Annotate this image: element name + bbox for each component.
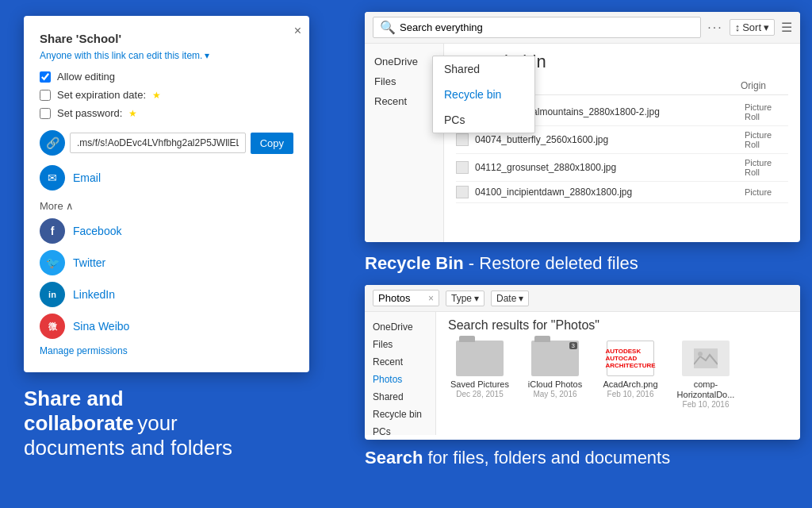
sina-weibo-item[interactable]: 微 Sina Weibo <box>40 314 293 339</box>
email-icon: ✉ <box>40 165 65 190</box>
expiration-checkbox[interactable] <box>40 90 51 101</box>
search-sidebar-onedrive[interactable]: OneDrive <box>365 318 435 336</box>
thumbnail-icloud-photos[interactable]: 3 iCloud Photos May 5, 2016 <box>523 341 587 409</box>
top-desc: Recycle Bin - Restore deleted files <box>365 250 800 277</box>
search-sidebar-files[interactable]: Files <box>365 336 435 353</box>
nav-dropdown: Shared Recycle bin PCs <box>432 56 535 133</box>
right-panel: 🔍 ··· ↕ Sort ▾ ☰ OneDrive Files Recent R… <box>365 0 812 508</box>
sort-label: Sort <box>742 21 761 33</box>
date-label: Date <box>496 293 516 304</box>
search-photos-input[interactable] <box>378 292 426 304</box>
thumbnail-comp-horizontal[interactable]: comp-HorizontalDo... Feb 10, 2016 <box>674 341 737 409</box>
more-row[interactable]: More ∧ <box>40 200 293 212</box>
linkedin-label: LinkedIn <box>73 288 115 301</box>
thumb-date-acad: Feb 10, 2016 <box>607 390 654 398</box>
sort-button[interactable]: ↕ Sort ▾ <box>730 19 775 36</box>
twitter-icon: 🐦 <box>40 250 65 275</box>
more-options-icon[interactable]: ··· <box>707 21 722 35</box>
email-row[interactable]: ✉ Email <box>40 162 293 194</box>
search-icon: 🔍 <box>380 20 396 35</box>
image-svg <box>694 348 718 368</box>
search-sidebar-shared[interactable]: Shared <box>365 388 435 406</box>
view-options-icon[interactable]: ☰ <box>781 20 792 35</box>
bottom-desc: Search for files, folders and documents <box>365 448 800 468</box>
file-icon <box>456 133 469 146</box>
facebook-icon: f <box>40 218 65 244</box>
search-sidebar-recycle-bin[interactable]: Recycle bin <box>365 406 435 423</box>
password-checkbox[interactable] <box>40 108 51 119</box>
file-name: 04074_butterfly_2560x1600.jpg <box>475 134 738 145</box>
file-row[interactable]: 04100_incipientdawn_2880x1800.jpg Pictur… <box>456 182 788 203</box>
explorer-toolbar: 🔍 ··· ↕ Sort ▾ ☰ <box>365 12 800 44</box>
thumbnail-row: Saved Pictures Dec 28, 2015 3 iCloud Pho… <box>448 341 788 409</box>
bottom-text-line2-normal: your <box>137 411 178 435</box>
file-name: 04112_grosunset_2880x1800.jpg <box>475 162 738 173</box>
thumb-date-icloud: May 5, 2016 <box>533 390 576 398</box>
sina-weibo-label: Sina Weibo <box>73 320 129 333</box>
search-sidebar-recent[interactable]: Recent <box>365 353 435 371</box>
sina-weibo-icon: 微 <box>40 314 65 339</box>
facebook-label: Facebook <box>73 225 121 237</box>
dropdown-item-recycle-bin[interactable]: Recycle bin <box>433 82 534 107</box>
svg-rect-0 <box>694 348 718 368</box>
search-results-title: Search results for "Photos" <box>448 318 788 333</box>
bottom-text-line1-bold: Share and <box>24 387 124 410</box>
thumb-label-comp: comp-HorizontalDo... <box>674 379 737 400</box>
search-sidebar-pcs[interactable]: PCs <box>365 423 435 440</box>
sort-icon: ↕ <box>735 21 741 33</box>
dropdown-item-pcs[interactable]: PCs <box>433 107 534 133</box>
svg-point-1 <box>698 352 703 356</box>
left-panel: × Share 'School' Anyone with this link c… <box>0 0 341 508</box>
search-input[interactable] <box>400 21 694 33</box>
thumbnail-acadarch[interactable]: AUTODESKAUTOCADARCHITECTURE AcadArch.png… <box>599 341 662 409</box>
column-origin-header: Origin <box>741 80 788 91</box>
file-origin: Picture Roll <box>745 158 788 177</box>
date-filter-button[interactable]: Date ▾ <box>491 291 529 306</box>
expiration-star-icon: ★ <box>152 90 161 101</box>
allow-editing-row: Allow editing <box>40 71 293 83</box>
type-filter-button[interactable]: Type ▾ <box>446 291 485 306</box>
expiration-label: Set expiration date: <box>57 89 146 101</box>
clear-search-icon[interactable]: × <box>428 293 434 304</box>
file-origin: Picture <box>745 187 788 197</box>
email-label: Email <box>73 171 101 184</box>
close-button[interactable]: × <box>294 24 301 38</box>
bottom-desc-normal: for files, folders and documents <box>423 448 670 468</box>
bottom-text-line3: documents and folders <box>24 436 232 460</box>
folder-icon <box>456 341 504 376</box>
search-sidebar-photos[interactable]: Photos <box>365 371 435 388</box>
file-icon <box>456 186 469 198</box>
thumb-date-comp: Feb 10, 2016 <box>683 400 730 409</box>
file-icon <box>456 161 469 174</box>
link-input[interactable] <box>70 133 246 153</box>
thumbnail-saved-pictures[interactable]: Saved Pictures Dec 28, 2015 <box>448 341 511 409</box>
password-row: Set password: ★ <box>40 107 293 119</box>
search-main: Search results for "Photos" Saved Pictur… <box>436 312 800 435</box>
file-row[interactable]: 04112_grosunset_2880x1800.jpg Picture Ro… <box>456 154 788 182</box>
search-window: × Type ▾ Date ▾ OneDrive Files Recent Ph… <box>365 285 800 440</box>
bottom-desc-bold: Search <box>365 448 423 468</box>
explorer-body: OneDrive Files Recent Recycle bin Name O… <box>365 44 800 242</box>
copy-button[interactable]: Copy <box>251 133 293 154</box>
search-box[interactable]: 🔍 <box>373 17 701 38</box>
file-origin: Picture Roll <box>745 130 788 149</box>
twitter-item[interactable]: 🐦 Twitter <box>40 250 293 275</box>
allow-editing-checkbox[interactable] <box>40 71 51 83</box>
search-input-box[interactable]: × <box>373 290 439 306</box>
search-body: OneDrive Files Recent Photos Shared Recy… <box>365 312 800 435</box>
manage-permissions-link[interactable]: Manage permissions <box>40 345 293 356</box>
linkedin-item[interactable]: in LinkedIn <box>40 282 293 307</box>
image-file-icon <box>682 341 730 376</box>
bottom-text-line2-bold: collaborate <box>24 411 134 435</box>
top-desc-normal: - Restore deleted files <box>464 253 638 273</box>
dropdown-item-shared[interactable]: Shared <box>433 56 534 82</box>
type-label: Type <box>451 293 472 304</box>
bottom-left-text: Share and collaborate your documents and… <box>24 387 232 461</box>
share-card: × Share 'School' Anyone with this link c… <box>24 16 309 372</box>
facebook-item[interactable]: f Facebook <box>40 218 293 244</box>
allow-editing-label: Allow editing <box>57 71 115 83</box>
password-star-icon: ★ <box>128 108 137 119</box>
password-label: Set password: <box>57 107 122 119</box>
share-title: Share 'School' <box>40 32 293 45</box>
thumb-label-icloud: iCloud Photos <box>528 379 583 390</box>
